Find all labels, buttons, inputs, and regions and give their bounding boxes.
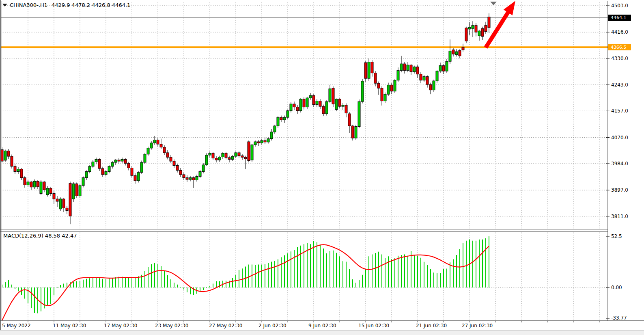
ohlc-values: 4429.9 4478.2 4426.8 4464.1 [52, 2, 130, 8]
candles [1, 13, 490, 224]
macd-histogram [2, 236, 489, 313]
time-axis-label: 27 May 02:30 [209, 323, 242, 329]
price-axis-label: 4330.0 [611, 56, 628, 61]
price-axis-label: 4243.0 [611, 82, 628, 88]
time-axis-label: 23 May 02:30 [155, 323, 188, 329]
chart-header: CHINA300-,H1 4429.9 4478.2 4426.8 4464.1 [2, 2, 130, 8]
trading-chart-window: CHINA300-,H1 4429.9 4478.2 4426.8 4464.1… [0, 0, 644, 335]
current-price-tag: 4464.1 [608, 15, 631, 21]
price-axis-label: 3897.0 [611, 187, 628, 193]
time-axis-label: 15 Jun 02:30 [358, 323, 389, 329]
chart-canvas[interactable] [0, 0, 644, 335]
price-axis-label: 3984.0 [611, 161, 628, 166]
symbol-title: CHINA300-,H1 [10, 2, 47, 8]
macd-axis-label: 52.5 [611, 233, 622, 239]
chart-shift-marker-icon [490, 2, 497, 5]
time-axis-label: 27 Jun 02:30 [462, 323, 493, 329]
time-axis-label: 5 May 2022 [2, 323, 31, 329]
macd-axis-label: 0.00 [611, 285, 622, 290]
macd-indicator-label: MACD(12,26,9) 48.58 42.47 [3, 233, 77, 239]
time-axis-label: 11 May 02:30 [53, 323, 86, 329]
macd-axis-label: -33.77 [611, 315, 627, 321]
price-axis-label: 4157.0 [611, 108, 628, 114]
level-price-tag: 4366.5 [608, 44, 631, 50]
time-axis-label: 9 Jun 02:30 [308, 323, 336, 329]
price-axis-label: 4416.0 [611, 29, 628, 35]
time-axis-label: 2 Jun 02:30 [258, 323, 286, 329]
price-axis-label: 4503.0 [611, 3, 628, 9]
time-axis-label: 17 May 02:30 [104, 323, 137, 329]
window-bottom-edge [0, 330, 644, 335]
price-axis-label: 3811.0 [611, 214, 628, 219]
time-axis-label: 21 Jun 02:30 [416, 323, 447, 329]
symbol-dropdown-icon[interactable] [2, 4, 7, 6]
price-axis-label: 4070.0 [611, 135, 628, 140]
